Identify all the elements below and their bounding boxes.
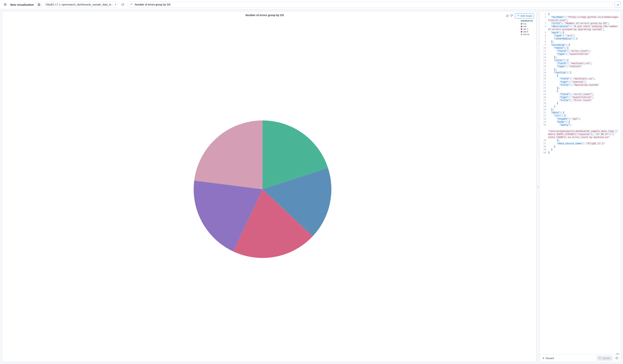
code-line: 6 "type": "arc", [540,34,621,37]
discard-button[interactable]: ✕ Discard [541,357,555,360]
line-number: 34 [540,120,548,123]
save-button[interactable] [36,1,42,8]
line-number: 4 [540,25,548,28]
code-line: 25 "field": "error_count", [540,93,621,96]
line-number: 24 [540,89,548,93]
close-icon: ✕ [542,357,544,360]
chart-legend: machine\.os iososxwin 7win 8win xp [521,18,534,360]
legend-item[interactable]: ios [521,22,534,25]
legend-swatch [521,34,522,35]
line-number: 17 [540,68,548,71]
code-line: 18 "tooltip": [ [540,71,621,74]
code-line: 5 "mark": { [540,31,621,34]
legend-title: machine\.os [521,20,534,22]
line-number: 37 [540,142,548,145]
line-number: 18 [540,71,548,74]
pie-slice-win-xp[interactable] [194,120,263,189]
legend-item[interactable]: win 8 [521,31,534,33]
code-line: 28 } [540,102,621,105]
chevron-down-icon: ▾ [115,3,116,6]
line-number: 26 [540,96,548,99]
code-line: 24 { [540,89,621,93]
line-number: 33 [540,117,548,120]
code-line: 3 "title": "Number of errors group by OS… [540,22,621,25]
line-number: 22 [540,83,548,86]
chart-title: Number of errors group by OS [23,14,506,17]
code-line: 40} [540,151,621,154]
line-number: 40 [540,151,548,154]
legend-label: win 7 [523,28,528,30]
legend-swatch [521,31,522,33]
panel-splitter[interactable]: || [536,11,539,362]
line-number: 39 [540,148,548,151]
code-line: 30 }, [540,108,621,111]
line-number: 10 [540,46,548,49]
line-number: 16 [540,65,548,68]
top-toolbar: New visualization Olly@2.17.1::opensearc… [0,0,623,9]
vega-spec-editor[interactable]: 1{2 "$schema": "https://vega.github.io/s… [540,11,621,351]
line-number: 6 [540,34,548,37]
line-number: 2 [540,16,548,19]
thumbs-up-icon[interactable] [506,14,509,18]
line-number: 7 [540,37,548,40]
line-number: 12 [540,53,548,56]
line-number: 21 [540,81,548,83]
code-line: 22 "title": "Operating System" [540,83,621,86]
code-line: 23 }, [540,86,621,89]
code-line: 38 } [540,145,621,148]
line-number: 30 [540,108,548,111]
legend-swatch [521,28,522,30]
query-input[interactable] [134,3,611,6]
line-number: 15 [540,62,548,65]
code-line: 12 "type": "quantitative" [540,53,621,56]
line-number: 35 [540,123,548,126]
code-line: 1{ [540,13,621,16]
code-line: 7 "innerRadius": 0 [540,37,621,40]
line-number: 25 [540,93,548,96]
legend-item[interactable]: osx [521,25,534,27]
refresh-code-button[interactable] [614,355,619,361]
code-line: 29 ] [540,105,621,108]
code-line: 31 "data": { [540,111,621,114]
code-line: 37 "data_source_name": "Olly@2.17.1" [540,142,621,145]
refresh-datasource-button[interactable] [120,1,126,8]
line-number: 29 [540,105,548,108]
legend-swatch [521,23,522,25]
code-line: 26 "type": "quantitative", [540,96,621,99]
code-line: 2 "$schema": "https://vega.github.io/sch… [540,16,621,22]
update-button[interactable]: Update [597,356,613,361]
page-title: New visualization [10,3,34,6]
legend-item[interactable]: win 7 [521,28,534,30]
legend-label: osx [523,25,527,27]
code-line: 9 "encoding": { [540,43,621,46]
legend-swatch [521,26,522,27]
play-icon [599,357,601,360]
legend-item[interactable]: win xp [521,33,534,36]
history-icon[interactable] [2,1,8,8]
code-line: 4 "description": "A pie chart showing th… [540,25,621,31]
editor-scroll-indicator [540,351,621,354]
line-number: 5 [540,31,548,34]
code-panel: 1{2 "$schema": "https://vega.github.io/s… [539,11,621,362]
line-number: 13 [540,56,548,59]
code-line: 17 }, [540,68,621,71]
gear-icon [517,14,520,18]
ai-sparkle-icon [130,3,133,6]
code-line: 36 }, [540,139,621,142]
legend-label: win 8 [523,31,528,33]
code-line: 11 "field": "error_count", [540,49,621,53]
edit-visual-button[interactable]: Edit visual [515,13,534,18]
line-number: 8 [540,40,548,43]
query-container [128,1,613,8]
datasource-label: Olly@2.17.1::opensearch_dashboards_sampl… [45,3,114,6]
pie-chart [185,117,340,261]
code-line: 14 "color": { [540,59,621,62]
code-line: 10 "theta": { [540,46,621,49]
code-line: 13 }, [540,56,621,59]
thumbs-down-icon[interactable] [510,14,513,18]
line-number: 38 [540,145,548,148]
legend-label: win xp [523,33,529,36]
submit-query-button[interactable] [615,1,621,8]
line-number: 19 [540,74,548,77]
datasource-select[interactable]: Olly@2.17.1::opensearch_dashboards_sampl… [44,1,118,8]
